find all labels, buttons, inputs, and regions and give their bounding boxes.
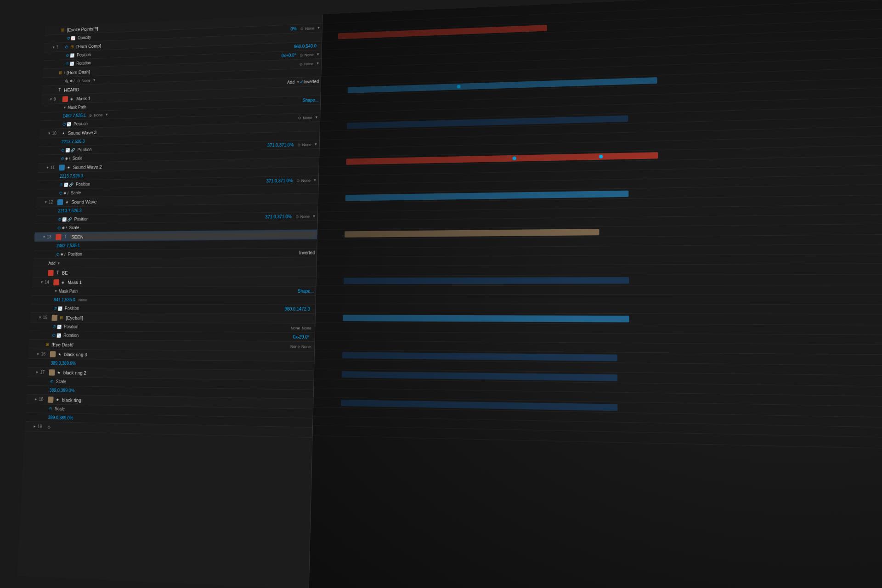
property-name: Position xyxy=(76,179,266,187)
none-text: None xyxy=(302,142,311,147)
layer-row[interactable]: T BE xyxy=(33,267,317,278)
property-value[interactable]: 371.0,371.0% xyxy=(266,178,293,183)
stopwatch-icon[interactable]: ⏱ xyxy=(50,379,53,384)
layer-number: 13 xyxy=(47,234,56,239)
property-value[interactable]: 2213.7,526.3 xyxy=(58,208,81,213)
collapse-arrow[interactable]: ▼ xyxy=(40,280,43,284)
stopwatch-icon[interactable]: ⏱ xyxy=(57,217,61,221)
collapse-arrow[interactable]: ▼ xyxy=(48,131,51,135)
dropdown-arrow[interactable]: ▼ xyxy=(93,78,96,82)
none-icon: ⊙ xyxy=(297,142,301,147)
graph-icon[interactable]: 📉 xyxy=(70,53,74,57)
color-swatch xyxy=(49,369,55,375)
stopwatch-icon[interactable]: ⏱ xyxy=(56,252,60,256)
property-value[interactable]: 371.0,371.0% xyxy=(265,214,292,219)
dropdown-arrow[interactable]: ▼ xyxy=(312,214,316,218)
rotation-value[interactable]: 0x+0.0° xyxy=(282,53,296,58)
collapse-arrow[interactable]: ▼ xyxy=(44,200,47,204)
property-value[interactable]: 389.0,389.0% xyxy=(49,388,74,393)
graph-icon[interactable]: 📉 xyxy=(62,217,67,221)
dropdown-arrow[interactable]: ▼ xyxy=(316,62,320,66)
stopwatch-icon[interactable]: ⏱ xyxy=(66,53,69,57)
star-icon: ★ xyxy=(66,164,72,170)
graph-icon[interactable]: 📉 xyxy=(57,324,62,328)
collapse-arrow[interactable]: ▼ xyxy=(54,289,57,293)
dropdown-arrow[interactable]: ▼ xyxy=(57,261,60,265)
collapse-arrow[interactable]: ► xyxy=(33,424,36,429)
layer-row[interactable]: ▼ 15 ⊞ [Eyeball] xyxy=(30,313,315,324)
asterisk-icon: ✱ xyxy=(62,226,65,230)
property-value[interactable]: 389.0,389.0% xyxy=(51,361,76,366)
collapse-arrow[interactable]: ▼ xyxy=(49,97,52,101)
timeline-panel[interactable] xyxy=(309,0,882,588)
star-icon: ★ xyxy=(55,396,61,403)
collapse-arrow[interactable]: ► xyxy=(37,352,40,356)
collapse-arrow[interactable]: ▼ xyxy=(46,166,49,170)
precomp-icon: ⊞ xyxy=(57,70,63,76)
pen-icon[interactable]: / xyxy=(64,252,66,256)
stopwatch-icon[interactable]: ⏱ xyxy=(59,182,63,187)
collapse-arrow[interactable]: ► xyxy=(36,370,39,374)
property-value[interactable]: 2213.7,526.3 xyxy=(60,174,83,179)
dropdown-arrow[interactable]: ▼ xyxy=(313,178,317,182)
stopwatch-icon[interactable]: ⏱ xyxy=(61,157,64,161)
property-value[interactable]: 2213.7,526.3 xyxy=(62,139,85,144)
pen-icon[interactable]: / xyxy=(74,79,75,83)
stopwatch-icon[interactable]: ⏱ xyxy=(52,324,56,328)
shape-value[interactable]: Shape... xyxy=(298,288,314,294)
none-label: ⊙ xyxy=(300,26,304,31)
animation-icon: ⏱ xyxy=(65,45,68,49)
collapse-arrow[interactable]: ▼ xyxy=(52,45,55,49)
property-value[interactable]: 2462.7,535.1 xyxy=(57,243,80,249)
dropdown-arrow[interactable]: ▼ xyxy=(316,52,320,57)
star-icon: ★ xyxy=(64,199,70,205)
property-name: Position xyxy=(74,215,265,221)
pen-icon[interactable]: / xyxy=(64,70,65,74)
stopwatch-icon[interactable]: ⏱ xyxy=(52,333,56,338)
stopwatch-icon[interactable]: ⏱ xyxy=(61,148,65,152)
stopwatch-icon[interactable]: ⏱ xyxy=(62,122,66,126)
stopwatch-icon[interactable]: ⏱ xyxy=(65,62,69,66)
dropdown-arrow[interactable]: ▼ xyxy=(317,26,321,30)
property-value[interactable]: 960.0,540.0 xyxy=(294,44,317,49)
property-value[interactable]: 0% xyxy=(290,27,297,32)
rotation-value[interactable]: 0x-29.0° xyxy=(293,334,310,339)
color-swatch xyxy=(51,315,57,321)
graph-icon[interactable]: 📉 xyxy=(58,306,62,311)
asterisk-icon: ✱ xyxy=(60,252,63,256)
blend-mode[interactable]: Add xyxy=(287,80,295,85)
pen-icon[interactable]: / xyxy=(66,226,67,230)
property-value[interactable]: 389.0,389.0% xyxy=(48,415,73,421)
pen-icon[interactable]: / xyxy=(69,156,70,160)
dropdown-arrow[interactable]: ▼ xyxy=(315,115,318,119)
collapse-arrow[interactable]: ► xyxy=(34,397,38,401)
graph-icon[interactable]: 📉 xyxy=(64,182,68,187)
graph-icon[interactable]: 📉 xyxy=(57,333,61,338)
pen-icon[interactable]: / xyxy=(68,191,69,195)
stopwatch-icon[interactable]: ⏱ xyxy=(59,191,62,195)
property-value[interactable]: 371.0,371.0% xyxy=(267,142,294,148)
graph-icon[interactable]: 📉 xyxy=(67,122,71,126)
blend-mode-label[interactable]: Add xyxy=(48,261,56,266)
property-value[interactable]: 941.1,535.0 xyxy=(54,298,75,302)
layer-name: [Eye Dash] xyxy=(51,342,290,349)
none-text: None xyxy=(82,78,90,83)
dropdown-arrow[interactable]: ▼ xyxy=(314,142,318,147)
inverted-label: Inverted xyxy=(304,79,319,84)
stopwatch-icon[interactable]: ⏱ xyxy=(57,226,61,230)
shape-value[interactable]: Shape... xyxy=(303,97,319,102)
layer-row[interactable]: ▼ 14 ◈ Mask 1 xyxy=(32,277,316,287)
stopwatch-icon[interactable]: ⏱ xyxy=(67,36,70,40)
graph-icon[interactable]: 📈 xyxy=(71,36,75,40)
color-swatch xyxy=(56,234,62,240)
collapse-arrow[interactable]: ▼ xyxy=(42,235,45,239)
property-value[interactable]: 1462.7,535.1 xyxy=(62,113,86,118)
collapse-arrow[interactable]: ▼ xyxy=(39,316,42,319)
graph-icon[interactable]: 📉 xyxy=(65,148,70,152)
stopwatch-icon[interactable]: ⏱ xyxy=(53,306,57,311)
stopwatch-icon[interactable]: ⏱ xyxy=(48,407,52,411)
graph-icon[interactable]: 📉 xyxy=(69,62,74,66)
property-value[interactable]: 960.0,1472.0 xyxy=(284,306,310,311)
dropdown-arrow[interactable]: ▼ xyxy=(105,113,108,117)
collapse-arrow[interactable]: ▼ xyxy=(63,106,66,109)
